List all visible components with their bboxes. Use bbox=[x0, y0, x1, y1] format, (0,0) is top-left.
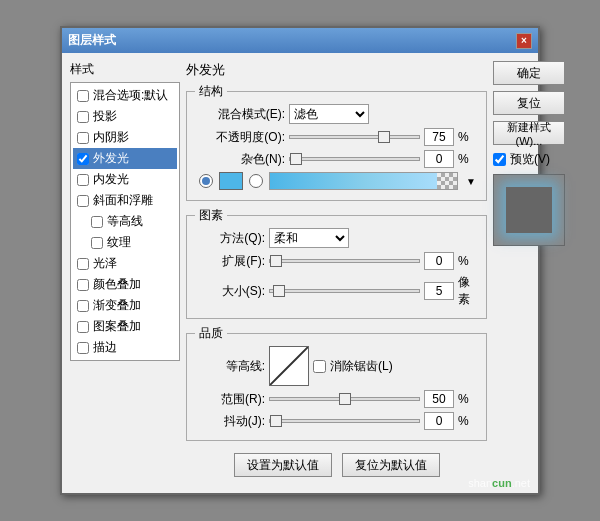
jitter-row: 抖动(J): % bbox=[195, 412, 478, 430]
contour-preview[interactable] bbox=[269, 346, 309, 386]
styles-item-bevel-emboss[interactable]: 斜面和浮雕 bbox=[73, 190, 177, 211]
opacity-row: 不透明度(O): % bbox=[195, 128, 478, 146]
styles-item-outer-glow[interactable]: 外发光 bbox=[73, 148, 177, 169]
styles-item-label: 投影 bbox=[93, 108, 117, 125]
section-heading: 外发光 bbox=[186, 61, 487, 79]
size-input[interactable] bbox=[424, 282, 454, 300]
styles-item-contour[interactable]: 等高线 bbox=[73, 211, 177, 232]
noise-slider-container: % bbox=[289, 150, 478, 168]
styles-item-gradient-overlay[interactable]: 渐变叠加 bbox=[73, 295, 177, 316]
blending-checkbox[interactable] bbox=[77, 90, 89, 102]
gradient-radio[interactable] bbox=[249, 174, 263, 188]
preview-inner bbox=[506, 187, 552, 233]
range-row: 范围(R): % bbox=[195, 390, 478, 408]
size-slider[interactable] bbox=[269, 289, 420, 293]
preview-checkbox[interactable] bbox=[493, 153, 506, 166]
dialog-title: 图层样式 bbox=[68, 32, 116, 49]
styles-item-inner-glow[interactable]: 内发光 bbox=[73, 169, 177, 190]
new-style-button[interactable]: 新建样式(W)... bbox=[493, 121, 565, 145]
pattern-overlay-checkbox[interactable] bbox=[77, 321, 89, 333]
preview-label: 预览(V) bbox=[510, 151, 550, 168]
preview-box bbox=[493, 174, 565, 246]
anti-alias-container: 消除锯齿(L) bbox=[313, 358, 393, 375]
contour-sub-checkbox[interactable] bbox=[91, 216, 103, 228]
color-row: ▼ bbox=[195, 172, 478, 190]
contour-row: 等高线: 消除锯齿(L) bbox=[195, 346, 478, 386]
anti-alias-checkbox[interactable] bbox=[313, 360, 326, 373]
blend-mode-label: 混合模式(E): bbox=[195, 106, 285, 123]
noise-input[interactable] bbox=[424, 150, 454, 168]
method-select[interactable]: 柔和 bbox=[269, 228, 349, 248]
gradient-checker bbox=[437, 173, 457, 189]
elements-section: 图素 方法(Q): 柔和 扩展(F): bbox=[186, 207, 487, 319]
styles-list: 混合选项:默认 投影 内阴影 外发光 bbox=[70, 82, 180, 361]
outer-glow-checkbox[interactable] bbox=[77, 153, 89, 165]
styles-item-stroke[interactable]: 描边 bbox=[73, 337, 177, 358]
spread-input[interactable] bbox=[424, 252, 454, 270]
styles-item-label: 纹理 bbox=[107, 234, 131, 251]
styles-item-label: 等高线 bbox=[107, 213, 143, 230]
satin-checkbox[interactable] bbox=[77, 258, 89, 270]
blend-mode-select[interactable]: 滤色 bbox=[289, 104, 369, 124]
styles-item-satin[interactable]: 光泽 bbox=[73, 253, 177, 274]
styles-item-label: 外发光 bbox=[93, 150, 129, 167]
range-slider-container: % bbox=[269, 390, 478, 408]
inner-glow-checkbox[interactable] bbox=[77, 174, 89, 186]
solid-color-radio[interactable] bbox=[199, 174, 213, 188]
gradient-bar[interactable] bbox=[269, 172, 458, 190]
set-default-button[interactable]: 设置为默认值 bbox=[234, 453, 332, 477]
layer-style-dialog: 图层样式 × 样式 混合选项:默认 投影 bbox=[60, 26, 540, 495]
styles-item-label: 内发光 bbox=[93, 171, 129, 188]
spread-slider[interactable] bbox=[269, 259, 420, 263]
elements-legend: 图素 bbox=[195, 207, 227, 224]
blend-mode-row: 混合模式(E): 滤色 bbox=[195, 104, 478, 124]
styles-item-pattern-overlay[interactable]: 图案叠加 bbox=[73, 316, 177, 337]
spread-slider-container: % bbox=[269, 252, 478, 270]
styles-item-drop-shadow[interactable]: 投影 bbox=[73, 106, 177, 127]
styles-item-label: 描边 bbox=[93, 339, 117, 356]
size-label: 大小(S): bbox=[195, 283, 265, 300]
watermark: shancun.net bbox=[468, 477, 530, 489]
spread-label: 扩展(F): bbox=[195, 253, 265, 270]
opacity-input[interactable] bbox=[424, 128, 454, 146]
reset-default-button[interactable]: 复位为默认值 bbox=[342, 453, 440, 477]
styles-item-label: 混合选项:默认 bbox=[93, 87, 168, 104]
styles-panel: 样式 混合选项:默认 投影 内阴影 bbox=[70, 61, 180, 485]
close-button[interactable]: × bbox=[516, 33, 532, 49]
noise-slider[interactable] bbox=[289, 157, 420, 161]
inner-shadow-checkbox[interactable] bbox=[77, 132, 89, 144]
color-overlay-checkbox[interactable] bbox=[77, 279, 89, 291]
right-panel: 确定 复位 新建样式(W)... 预览(V) bbox=[493, 61, 573, 485]
jitter-slider[interactable] bbox=[269, 419, 420, 423]
styles-item-texture[interactable]: 纹理 bbox=[73, 232, 177, 253]
structure-legend: 结构 bbox=[195, 83, 227, 100]
jitter-input[interactable] bbox=[424, 412, 454, 430]
texture-sub-checkbox[interactable] bbox=[91, 237, 103, 249]
reset-button[interactable]: 复位 bbox=[493, 91, 565, 115]
styles-item-color-overlay[interactable]: 颜色叠加 bbox=[73, 274, 177, 295]
contour-svg bbox=[270, 347, 308, 385]
range-slider[interactable] bbox=[269, 397, 420, 401]
bevel-emboss-checkbox[interactable] bbox=[77, 195, 89, 207]
size-slider-container: 像素 bbox=[269, 274, 478, 308]
bottom-buttons: 设置为默认值 复位为默认值 bbox=[186, 447, 487, 485]
color-swatch[interactable] bbox=[219, 172, 243, 190]
opacity-slider[interactable] bbox=[289, 135, 420, 139]
gradient-overlay-checkbox[interactable] bbox=[77, 300, 89, 312]
styles-item-blending[interactable]: 混合选项:默认 bbox=[73, 85, 177, 106]
watermark-suffix: .net bbox=[512, 477, 530, 489]
opacity-unit: % bbox=[458, 130, 478, 144]
range-input[interactable] bbox=[424, 390, 454, 408]
jitter-slider-container: % bbox=[269, 412, 478, 430]
gradient-dropdown-arrow[interactable]: ▼ bbox=[464, 172, 478, 190]
anti-alias-label: 消除锯齿(L) bbox=[330, 358, 393, 375]
opacity-slider-container: % bbox=[289, 128, 478, 146]
stroke-checkbox[interactable] bbox=[77, 342, 89, 354]
ok-button[interactable]: 确定 bbox=[493, 61, 565, 85]
jitter-unit: % bbox=[458, 414, 478, 428]
styles-item-inner-shadow[interactable]: 内阴影 bbox=[73, 127, 177, 148]
spread-row: 扩展(F): % bbox=[195, 252, 478, 270]
noise-row: 杂色(N): % bbox=[195, 150, 478, 168]
styles-item-label: 颜色叠加 bbox=[93, 276, 141, 293]
drop-shadow-checkbox[interactable] bbox=[77, 111, 89, 123]
